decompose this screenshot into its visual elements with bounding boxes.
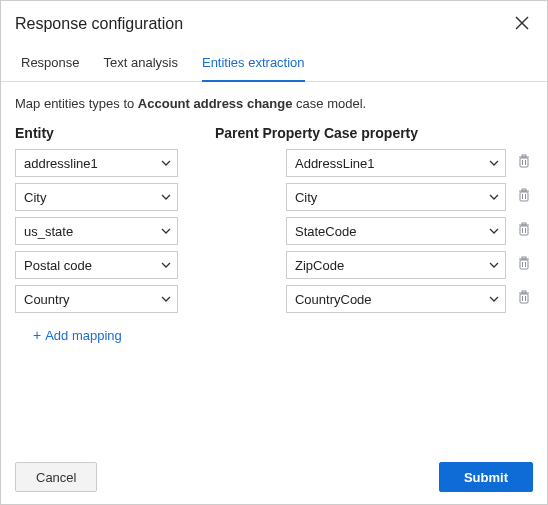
close-button[interactable] bbox=[511, 13, 533, 35]
mapping-row: us_state StateCode bbox=[15, 217, 533, 245]
map-description: Map entities types to Account address ch… bbox=[15, 96, 533, 111]
trash-icon bbox=[517, 290, 531, 308]
columns-header: Entity Parent Property Case property bbox=[15, 125, 533, 141]
entity-value: Country bbox=[24, 292, 70, 307]
svg-rect-7 bbox=[520, 192, 528, 201]
entity-value: addressline1 bbox=[24, 156, 98, 171]
mapping-row: addressline1 AddressLine1 bbox=[15, 149, 533, 177]
dialog-title: Response configuration bbox=[15, 15, 183, 33]
entity-value: Postal code bbox=[24, 258, 92, 273]
case-property-value: AddressLine1 bbox=[295, 156, 375, 171]
delete-row-button[interactable] bbox=[516, 188, 533, 206]
tab-response[interactable]: Response bbox=[21, 47, 80, 82]
chevron-down-icon bbox=[161, 296, 171, 302]
submit-button[interactable]: Submit bbox=[439, 462, 533, 492]
cancel-label: Cancel bbox=[36, 470, 76, 485]
column-header-entity: Entity bbox=[15, 125, 205, 141]
case-property-value: StateCode bbox=[295, 224, 356, 239]
chevron-down-icon bbox=[161, 194, 171, 200]
submit-label: Submit bbox=[464, 470, 508, 485]
map-text-case-name: Account address change bbox=[138, 96, 293, 111]
delete-row-button[interactable] bbox=[516, 290, 533, 308]
response-config-dialog: Response configuration Response Text ana… bbox=[0, 0, 548, 505]
svg-rect-17 bbox=[520, 260, 528, 269]
tab-entities-extraction[interactable]: Entities extraction bbox=[202, 47, 305, 82]
case-property-value: ZipCode bbox=[295, 258, 344, 273]
case-property-select[interactable]: CountryCode bbox=[286, 285, 506, 313]
chevron-down-icon bbox=[489, 262, 499, 268]
mapping-row: Country CountryCode bbox=[15, 285, 533, 313]
svg-rect-21 bbox=[522, 257, 526, 259]
svg-rect-11 bbox=[522, 189, 526, 191]
entity-select[interactable]: Country bbox=[15, 285, 178, 313]
chevron-down-icon bbox=[489, 228, 499, 234]
entity-select[interactable]: addressline1 bbox=[15, 149, 178, 177]
mapping-row: City City bbox=[15, 183, 533, 211]
entity-value: us_state bbox=[24, 224, 73, 239]
add-mapping-label: Add mapping bbox=[45, 328, 122, 343]
dialog-footer: Cancel Submit bbox=[1, 452, 547, 504]
case-property-select[interactable]: StateCode bbox=[286, 217, 506, 245]
close-icon bbox=[515, 14, 529, 35]
chevron-down-icon bbox=[161, 228, 171, 234]
svg-rect-6 bbox=[522, 155, 526, 157]
delete-row-button[interactable] bbox=[516, 222, 533, 240]
add-mapping-button[interactable]: + Add mapping bbox=[33, 327, 122, 343]
entity-select[interactable]: City bbox=[15, 183, 178, 211]
case-property-value: CountryCode bbox=[295, 292, 372, 307]
dialog-body: Map entities types to Account address ch… bbox=[1, 82, 547, 452]
chevron-down-icon bbox=[489, 194, 499, 200]
map-text-prefix: Map entities types to bbox=[15, 96, 138, 111]
case-property-select[interactable]: ZipCode bbox=[286, 251, 506, 279]
chevron-down-icon bbox=[161, 262, 171, 268]
entity-value: City bbox=[24, 190, 46, 205]
entity-select[interactable]: Postal code bbox=[15, 251, 178, 279]
trash-icon bbox=[517, 222, 531, 240]
delete-row-button[interactable] bbox=[516, 154, 533, 172]
cancel-button[interactable]: Cancel bbox=[15, 462, 97, 492]
entity-select[interactable]: us_state bbox=[15, 217, 178, 245]
delete-row-button[interactable] bbox=[516, 256, 533, 274]
svg-rect-12 bbox=[520, 226, 528, 235]
mapping-row: Postal code ZipCode bbox=[15, 251, 533, 279]
mapping-rows: addressline1 AddressLine1 City City bbox=[15, 149, 533, 313]
plus-icon: + bbox=[33, 327, 41, 343]
trash-icon bbox=[517, 256, 531, 274]
svg-rect-26 bbox=[522, 291, 526, 293]
tabs: Response Text analysis Entities extracti… bbox=[1, 39, 547, 82]
map-text-suffix: case model. bbox=[292, 96, 366, 111]
dialog-header: Response configuration bbox=[1, 1, 547, 39]
case-property-select[interactable]: AddressLine1 bbox=[286, 149, 506, 177]
chevron-down-icon bbox=[489, 160, 499, 166]
case-property-value: City bbox=[295, 190, 317, 205]
svg-rect-22 bbox=[520, 294, 528, 303]
tab-text-analysis[interactable]: Text analysis bbox=[104, 47, 178, 82]
trash-icon bbox=[517, 154, 531, 172]
svg-rect-2 bbox=[520, 158, 528, 167]
svg-rect-16 bbox=[522, 223, 526, 225]
case-property-select[interactable]: City bbox=[286, 183, 506, 211]
column-header-case-property: Parent Property Case property bbox=[205, 125, 533, 141]
trash-icon bbox=[517, 188, 531, 206]
chevron-down-icon bbox=[489, 296, 499, 302]
chevron-down-icon bbox=[161, 160, 171, 166]
